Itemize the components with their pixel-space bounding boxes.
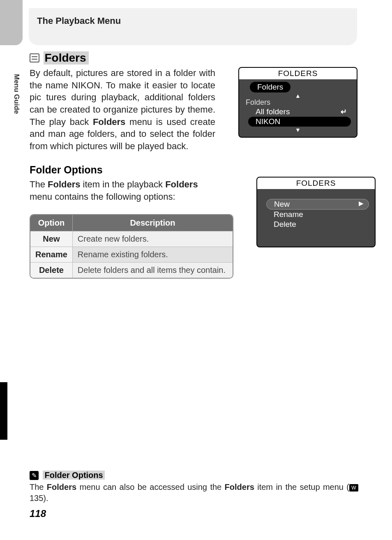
header-title: The Playback Menu [37,16,357,26]
table-header-row: Option Description [30,215,233,231]
table-cell-desc: Delete folders and all items they contai… [73,263,233,278]
camera-screen-body: New ▶ Rename Delete [257,189,375,247]
camera-sub-label: Folders [245,98,351,107]
table-cell-option: New [30,231,73,247]
side-label: Menu Guide [12,74,21,114]
camera-screen-body: Folders ▲ Folders All folders ↵ NIKON ▼ [239,79,357,137]
sub-body-2: item in the playback [81,179,166,189]
tip-page-ref: 135). [30,494,48,503]
camera-selected-pill[interactable]: Folders [250,82,291,92]
section-title: Folders [44,51,88,65]
page-corner-tab [0,0,23,45]
camera-option-nikon[interactable]: NIKON [248,117,351,127]
sub-body-1: Folders [48,179,80,189]
camera-option-new[interactable]: New ▶ [266,199,369,210]
page-side-marker [0,382,7,440]
camera-screen-title: FOLDERS [239,68,357,79]
chevron-right-icon: ▶ [359,200,364,207]
tip-heading: Folder Options [43,471,104,480]
camera-screen-title: FOLDERS [257,178,375,189]
table-cell-desc: Create new folders. [73,231,233,247]
table-cell-desc: Rename existing folders. [73,247,233,263]
tip-body: The Folders menu can also be accessed us… [30,482,358,504]
camera-screen-folder-options[interactable]: FOLDERS New ▶ Rename Delete [256,177,376,247]
camera-option-all-folders-label: All folders [256,107,290,116]
footer-block: ✎ Folder Options The Folders menu can al… [30,471,358,519]
tip-body-0: The [30,482,47,492]
table-header-option: Option [30,215,73,231]
folder-options-heading: Folder Options [30,164,358,176]
table-row: New Create new folders. [30,231,233,247]
folder-options-table: Option Description New Create new folder… [30,214,233,279]
tip-icon: ✎ [30,471,39,480]
tip-body-2: menu can also be accessed using the [76,482,224,492]
camera-option-new-label: New [274,200,290,208]
table-row: Rename Rename existing folders. [30,247,233,263]
tip-body-4: item in the setup menu ( [254,482,349,492]
intro-part-1: Folders [93,117,125,127]
table-header-description: Description [73,215,233,231]
tip-heading-row: ✎ Folder Options [30,471,358,480]
main-content: Folders By default, pictures are stored … [30,51,358,279]
playback-menu-icon [30,53,39,62]
sub-body-3: Folders [165,179,198,189]
camera-option-rename[interactable]: Rename [266,210,369,219]
options-row: The Folders item in the playback Folders… [30,177,358,279]
tip-body-3: Folders [225,482,254,492]
table-cell-option: Delete [30,263,73,278]
section-heading-row: Folders [30,51,358,65]
sub-body-0: The [30,179,48,189]
camera-option-delete[interactable]: Delete [266,219,369,229]
table-row: Delete Delete folders and all items they… [30,263,233,278]
page-reference-icon: W [349,484,358,492]
camera-option-all-folders[interactable]: All folders ↵ [248,107,351,117]
sub-body-4: menu contains the following options: [30,192,175,202]
intro-row: By default, pictures are stored in a fol… [30,67,358,152]
page-number: 118 [30,508,358,519]
table-cell-option: Rename [30,247,73,263]
return-icon: ↵ [341,107,347,116]
down-arrow-icon[interactable]: ▼ [245,127,351,132]
options-left-column: The Folders item in the playback Folders… [30,177,233,279]
tip-body-1: Folders [47,482,76,492]
intro-text: By default, pictures are stored in a fol… [30,67,215,152]
up-arrow-icon[interactable]: ▲ [245,93,351,98]
folder-options-body: The Folders item in the playback Folders… [30,178,215,203]
camera-screen-folders-list[interactable]: FOLDERS Folders ▲ Folders All folders ↵ … [238,67,357,138]
header-bar: The Playback Menu [29,8,357,45]
